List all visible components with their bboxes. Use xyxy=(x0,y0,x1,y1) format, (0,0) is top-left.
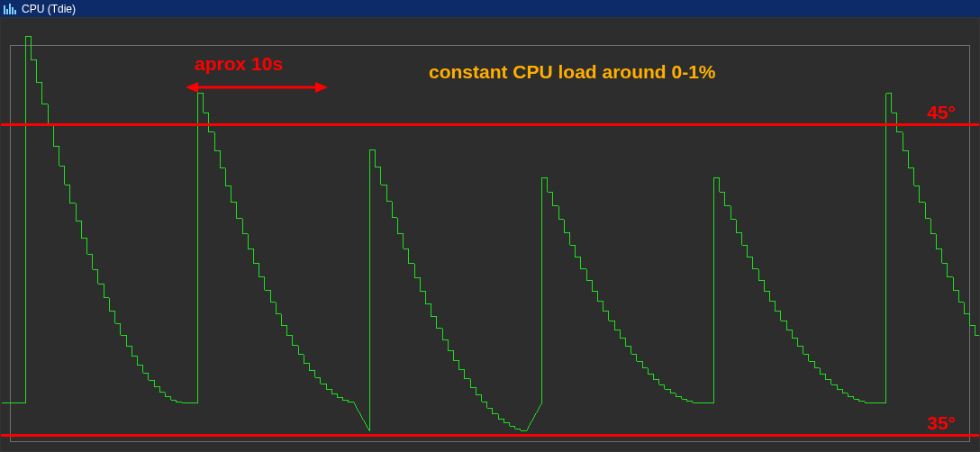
svg-rect-1 xyxy=(6,9,8,14)
annotation-load: constant CPU load around 0-1% xyxy=(429,61,716,83)
app-icon xyxy=(4,4,16,14)
svg-marker-7 xyxy=(315,82,328,93)
temperature-trace xyxy=(1,18,979,451)
annotation-temp-low: 35° xyxy=(927,412,956,434)
annotation-temp-high: 45° xyxy=(927,102,956,123)
guideline-high xyxy=(1,123,979,126)
svg-rect-2 xyxy=(9,4,11,14)
guideline-low xyxy=(1,434,979,437)
window-title: CPU (Tdie) xyxy=(22,3,76,15)
svg-rect-3 xyxy=(12,7,14,14)
svg-rect-0 xyxy=(4,5,5,14)
window-titlebar[interactable]: CPU (Tdie) xyxy=(0,0,980,17)
svg-rect-4 xyxy=(14,10,16,14)
annotation-interval: aprox 10s xyxy=(195,53,283,75)
svg-marker-6 xyxy=(186,82,198,93)
plot-area[interactable]: aprox 10s constant CPU load around 0-1% … xyxy=(0,17,980,452)
double-arrow-icon xyxy=(186,81,328,94)
